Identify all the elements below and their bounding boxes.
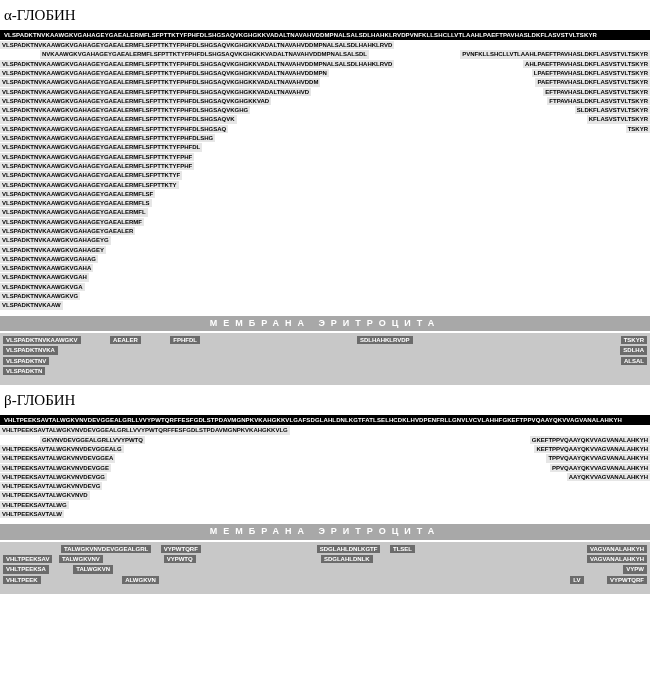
- figure-root: α-ГЛОБИН VLSPADKTNVKAAWGKVGAHAGEYGAEALER…: [0, 8, 650, 594]
- fragment-row: VLSPADKTNVKAAWGKVGAHAGEYGAEALERMFLSFPTTK…: [0, 153, 650, 161]
- fragment-row: VLSPADKTNVKAAWGKVGAHAGEYGAEALERMFLSFPTTK…: [0, 171, 650, 179]
- fragment-row: GKVNVDEVGGEALGRLLVVYPWTQGKEFTPPVQAAYQKVV…: [0, 436, 650, 444]
- fragment-left: VLSPADKTNVKAAWGKVGAHAGEYGAEALERMFLSFPTTK…: [0, 162, 194, 170]
- fragment-right: TPPVQAAYQKVVAGVANALAHKYH: [546, 454, 650, 462]
- fragment-right: AAYQKVVAGVANALAHKYH: [567, 473, 650, 481]
- membrane-row: VHLTPEEKALWGKVNLVVYPWTQRF: [3, 576, 647, 584]
- fragment-right: LPAEFTPAVHASLDKFLASVSTVLTSKYR: [532, 69, 650, 77]
- fragment-row: VLSPADKTNVKAAWGKVGAHAGEYGAEALERMF: [0, 218, 650, 226]
- fragment-left: VLSPADKTNVKAAWGKVGAHAGEYGAEALERMFL: [0, 208, 148, 216]
- membrane-fragment: TSKYR: [621, 336, 647, 344]
- fragment-right: TSKYR: [626, 125, 650, 133]
- beta-fragment-rows: VHLTPEEKSAVTALWGKVNVDEVGGEALGRLLVVYPWTQR…: [0, 426, 650, 518]
- membrane-fragment: VYPWTQRF: [161, 545, 201, 553]
- membrane-fragment: VLSPADKTNVKA: [3, 346, 58, 354]
- alpha-title: α-ГЛОБИН: [4, 8, 650, 24]
- fragment-left: VLSPADKTNVKAAWGKVGAHAGEYGAEALERMFLSFPTTK…: [0, 60, 394, 68]
- fragment-row: VLSPADKTNVKAAWGKVGAHAGEYGAEALERMFLSFPTTK…: [0, 134, 650, 142]
- beta-full-sequence: VHLTPEEKSAVTALWGKVNVDEVGGEALGRLLVVYPWTQR…: [0, 415, 650, 425]
- fragment-row: VLSPADKTNVKAAWGKVGAHAGEYGAEALERMFLSFPTTK…: [0, 78, 650, 86]
- fragment-left: VHLTPEEKSAVTALWGKVNVDEVGG: [0, 473, 107, 481]
- fragment-row: VLSPADKTNVKAAWGKVGAHAGEYGAEALERMFLSFPTTK…: [0, 162, 650, 170]
- fragment-row: VLSPADKTNVKAAWGKVGA: [0, 283, 650, 291]
- fragment-row: VLSPADKTNVKAAWGKVGAHAGEYGAEALERMFLSF: [0, 190, 650, 198]
- fragment-left: VHLTPEEKSAVTALWGKVNVDEVGGE: [0, 464, 111, 472]
- membrane-fragment: TALWGKVNV: [59, 555, 103, 563]
- alpha-membrane-area: VLSPADKTNVKAAWGKVAEALERFPHFDLSDLHAHKLRVD…: [0, 333, 650, 385]
- fragment-right: PPVQAAYQKVVAGVANALAHKYH: [550, 464, 650, 472]
- fragment-right: KFLASVSTVLTSKYR: [587, 115, 650, 123]
- fragment-right: EFTPAVHASLDKFLASVSTVLTSKYR: [543, 88, 650, 96]
- fragment-left: VLSPADKTNVKAAWGKVGAHAGEYGAEALERMFLSF: [0, 190, 155, 198]
- fragment-left: GKVNVDEVGGEALGRLLVVYPWTQ: [40, 436, 145, 444]
- fragment-left: VLSPADKTNVKAAWGKVGAHAGEYGAEALERMFLSFPTTK…: [0, 125, 228, 133]
- membrane-fragment: VYPWTQRF: [607, 576, 647, 584]
- fragment-left: NVKAAWGKVGAHAGEYGAEALERMFLSFPTTKTYFPHFDL…: [40, 50, 369, 58]
- fragment-left: VLSPADKTNVKAAWGKVGAHAGEYGAEALERMFLSFPTTK…: [0, 181, 179, 189]
- fragment-left: VLSPADKTNVKAAWGKVGAHAG: [0, 255, 98, 263]
- membrane-row: TALWGKVNVDEVGGEALGRLVYPWTQRFSDGLAHLDNLKG…: [3, 545, 647, 553]
- fragment-left: VHLTPEEKSAVTALWGKVNVDEVGGEALG: [0, 445, 124, 453]
- fragment-left: VLSPADKTNVKAAWGKVGAHAGEY: [0, 246, 106, 254]
- fragment-row: VLSPADKTNVKAAWGKVGAHAGEYGAEALERMFL: [0, 208, 650, 216]
- fragment-row: VLSPADKTNVKAAWGKVGAHA: [0, 264, 650, 272]
- fragment-left: VLSPADKTNVKAAW: [0, 301, 63, 309]
- fragment-left: VLSPADKTNVKAAWGKVGAHAGEYGAEALERMFLSFPTTK…: [0, 134, 215, 142]
- membrane-fragment: SDLHAHKLRVDP: [357, 336, 413, 344]
- alpha-fragment-rows: VLSPADKTNVKAAWGKVGAHAGEYGAEALERMFLSFPTTK…: [0, 41, 650, 310]
- membrane-row: VLSPADKTNVKAAWGKVAEALERFPHFDLSDLHAHKLRVD…: [3, 336, 647, 344]
- fragment-row: VHLTPEEKSAVTALWG: [0, 501, 650, 509]
- membrane-fragment: SDGLAHLDNLK: [321, 555, 373, 563]
- fragment-row: VLSPADKTNVKAAWGKVGAHAGEYGAEALERMFLSFPTTK…: [0, 106, 650, 114]
- fragment-row: VLSPADKTNVKAAWGKVGAHAGEYGAEALERMFLS: [0, 199, 650, 207]
- fragment-left: VLSPADKTNVKAAWGKVGAHAGEYGAEALERMFLSFPTTK…: [0, 88, 311, 96]
- fragment-row: VLSPADKTNVKAAWGKVGAHAGEYGAEALERMFLSFPTTK…: [0, 115, 650, 123]
- fragment-row: VHLTPEEKSAVTALWGKVNVDEVG: [0, 482, 650, 490]
- fragment-row: VLSPADKTNVKAAWGKVGAHAGEYGAEALERMFLSFPTTK…: [0, 60, 650, 68]
- membrane-row: VHLTPEEKSATALWGKVNVYPW: [3, 565, 647, 573]
- membrane-fragment: FPHFDL: [170, 336, 200, 344]
- membrane-row: VLSPADKTNVKASDLHA: [3, 346, 647, 354]
- fragment-left: VLSPADKTNVKAAWGKVGAHAGEYGAEALER: [0, 227, 135, 235]
- fragment-row: VLSPADKTNVKAAW: [0, 301, 650, 309]
- fragment-row: NVKAAWGKVGAHAGEYGAEALERMFLSFPTTKTYFPHFDL…: [0, 50, 650, 58]
- membrane-row: VLSPADKTN: [3, 367, 647, 375]
- fragment-left: VLSPADKTNVKAAWGKVGAHAGEYGAEALERMFLSFPTTK…: [0, 143, 202, 151]
- fragment-row: VLSPADKTNVKAAWGKVGAHAGEYGAEALERMFLSFPTTK…: [0, 143, 650, 151]
- fragment-left: VLSPADKTNVKAAWGKVGAHAGEYGAEALERMFLSFPTTK…: [0, 171, 182, 179]
- fragment-left: VLSPADKTNVKAAWGKVGAHAGEYGAEALERMFLSFPTTK…: [0, 78, 320, 86]
- fragment-right: AHLPAEFTPAVHASLDKFLASVSTVLTSKYR: [523, 60, 650, 68]
- alpha-full-sequence: VLSPADKTNVKAAWGKVGAHAGEYGAEALERMFLSFPTTK…: [0, 30, 650, 40]
- fragment-row: VHLTPEEKSAVTALWGKVNVDEVGGAAYQKVVAGVANALA…: [0, 473, 650, 481]
- fragment-row: VHLTPEEKSAVTALWGKVNVDEVGGEATPPVQAAYQKVVA…: [0, 454, 650, 462]
- fragment-left: VLSPADKTNVKAAWGKVGAHAGEYGAEALERMFLSFPTTK…: [0, 69, 329, 77]
- fragment-row: VLSPADKTNVKAAWGKVGAHAGEY: [0, 246, 650, 254]
- fragment-left: VHLTPEEKSAVTALW: [0, 510, 64, 518]
- beta-membrane-label: МЕМБРАНА ЭРИТРОЦИТА: [0, 524, 650, 539]
- membrane-fragment: TALWGKVN: [73, 565, 113, 573]
- fragment-right: GKEFTPPVQAAYQKVVAGVANALAHKYH: [530, 436, 650, 444]
- fragment-row: VLSPADKTNVKAAWGKVGAHAGEYG: [0, 236, 650, 244]
- fragment-left: VHLTPEEKSAVTALWGKVNVDEVGGEALGRLLVVYPWTQR…: [0, 426, 290, 434]
- fragment-row: VLSPADKTNVKAAWGKVGAHAGEYGAEALERMFLSFPTTK…: [0, 41, 650, 49]
- fragment-left: VHLTPEEKSAVTALWGKVNVDEVG: [0, 482, 102, 490]
- beta-membrane-area: TALWGKVNVDEVGGEALGRLVYPWTQRFSDGLAHLDNLKG…: [0, 542, 650, 594]
- fragment-row: VHLTPEEKSAVTALWGKVNVDEVGGEALGKEFTPPVQAAY…: [0, 445, 650, 453]
- fragment-row: VLSPADKTNVKAAWGKVGAHAGEYGAEALERMFLSFPTTK…: [0, 97, 650, 105]
- membrane-fragment: VAGVANALAHKYH: [587, 555, 647, 563]
- fragment-row: VLSPADKTNVKAAWGKVGAHAGEYGAEALERMFLSFPTTK…: [0, 88, 650, 96]
- fragment-right: PVNFKLLSHCLLVTLAAHLPAEFTPAVHASLDKFLASVST…: [460, 50, 650, 58]
- fragment-right: PAEFTPAVHASLDKFLASVSTVLTSKYR: [535, 78, 650, 86]
- fragment-row: VHLTPEEKSAVTALWGKVNVDEVGGEPPVQAAYQKVVAGV…: [0, 464, 650, 472]
- fragment-row: VLSPADKTNVKAAWGKVG: [0, 292, 650, 300]
- fragment-right: KEFTPPVQAAYQKVVAGVANALAHKYH: [534, 445, 650, 453]
- fragment-left: VLSPADKTNVKAAWGKVGAHAGEYGAEALERMFLSFPTTK…: [0, 115, 237, 123]
- membrane-fragment: VHLTPEEKSAV: [3, 555, 52, 563]
- fragment-left: VLSPADKTNVKAAWGKVG: [0, 292, 80, 300]
- membrane-fragment: SDLHA: [620, 346, 647, 354]
- fragment-left: VLSPADKTNVKAAWGKVGAHAGEYGAEALERMF: [0, 218, 144, 226]
- fragment-left: VLSPADKTNVKAAWGKVGAHAGEYGAEALERMFLSFPTTK…: [0, 97, 271, 105]
- fragment-row: VHLTPEEKSAVTALWGKVNVDEVGGEALGRLLVVYPWTQR…: [0, 426, 650, 434]
- fragment-left: VLSPADKTNVKAAWGKVGAHAGEYGAEALERMFLSFPTTK…: [0, 41, 394, 49]
- membrane-fragment: SDGLAHLDNLKGTF: [317, 545, 381, 553]
